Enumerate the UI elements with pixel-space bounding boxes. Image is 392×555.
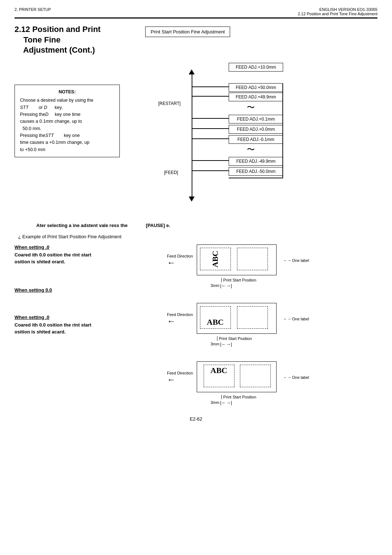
notes-box: NOTES: Choose a desired value by using t… [15,85,120,157]
fc-feed-adj-5: FEED ADJ.-0.1mm [229,135,283,144]
feed-dir-arrow-3: ← [167,375,193,384]
print-start-label-1: Print Start Position [223,278,256,282]
fc-feed-adj-7: FEED ADJ.-50.0mm [229,167,283,176]
hline-7 [192,170,229,171]
notes-stt: STT [20,105,29,110]
hline-1 [192,86,229,87]
fc-right-vline [282,83,283,178]
diagram-3-labels: ABC ←→ One label [197,361,277,393]
header-right: ENGLISH VERSION EO1-33055 2.12 Position … [298,7,377,16]
fc-box-5: FEED ADJ.-0.1mm [229,135,283,144]
abc-text-1: ABC [211,251,220,267]
fc-box-6: FEED ADJ.-49.9mm [229,157,283,166]
fc-box-3: FEED ADJ.+0.1mm [229,115,283,123]
print-start-label-3: Print Start Position [223,395,256,399]
print-start-row-2: Print Start Position [214,336,377,341]
inner-rect-2b [237,306,268,329]
one-label-1: One label [292,258,309,263]
notes-d: D [44,105,47,110]
flowchart-area: FEED ADJ.+10.0mm [RESTART] [FEED] FEED A… [131,63,377,215]
one-label-indicator-2: ←→ One label [283,317,309,321]
inner-rect-3: ABC [204,365,234,387]
header-right-top: ENGLISH VERSION EO1-33055 [298,7,377,12]
notes-stt2: STT [45,133,54,138]
fc-arrow-up [189,69,195,74]
example-1-setting: When setting .0 [15,244,152,250]
one-label-3: One label [292,375,309,380]
dim-val-1: 3mm [211,283,219,288]
one-label-2: One label [292,317,309,321]
feed-dir-arrow-2: ← [167,317,193,325]
fc-top-box: FEED ADJ.+10.0mm [229,63,283,72]
fc-feed-adj-4: FEED ADJ.+0.0mm [229,125,283,134]
fc-bottom-line [229,178,283,178]
print-start-label-2: Print Start Position [219,336,252,341]
examples-right: Feed Direction ← ABC [167,244,377,405]
diagram-2-feed-dir: Feed Direction ← [167,312,193,325]
examples-container: When setting .0 Coared ith 0.0 osition t… [15,244,377,405]
example-block-2: When setting 0.0 [15,287,152,293]
fc-vertical-line [192,74,192,198]
diagram-1: Feed Direction ← ABC [167,244,377,288]
example-2-setting: When setting 0.0 [15,287,152,293]
outer-rect-3: ABC [197,361,277,392]
inner-rect-1: ABC [200,248,231,270]
examples-left: When setting .0 Coared ith 0.0 osition t… [15,244,152,405]
fc-feed-label: [FEED] [164,170,178,175]
section-header: 2.12 Position and Print Tone Fine Adjust… [15,24,377,56]
fc-box-4: FEED ADJ.+0.0mm [229,125,283,134]
pause-key: [PAUSE] e. [146,223,170,228]
fc-feed-adj-3: FEED ADJ.+0.1mm [229,115,283,123]
print-start-row-1: Print Start Position [214,278,377,282]
pause-line: Ater selecting a ine adstent vale ress t… [15,223,377,228]
diagram-3-feed-dir: Feed Direction ← [167,371,193,384]
outer-rect-1: ABC [197,244,277,275]
inner-rect-1b [237,248,268,270]
dim-val-2: 3mm [211,342,219,346]
feed-dir-arrow-1: ← [167,258,193,267]
diagram-3: Feed Direction ← ABC ←→ One label [167,361,377,405]
main-content: NOTES: Choose a desired value by using t… [15,63,377,215]
example-block-1: When setting .0 Coared ith 0.0 osition t… [15,244,152,266]
abc-text-3: ABC [211,366,227,375]
example-block-3: When setting .0 Coared ith 0.0 osition t… [15,315,152,336]
fc-box-7: FEED ADJ.-50.0mm [229,167,283,176]
diagram-1-labels: ABC ←→ One label [197,244,277,276]
example-1-desc: Coared ith 0.0 osition the rint startosi… [15,251,152,266]
one-label-indicator-3: ←→ One label [283,375,309,380]
example-3-setting: When setting .0 [15,315,152,320]
fc-feed-adj-6: FEED ADJ.-49.9mm [229,157,283,166]
fc-feed-adj-2: FEED ADJ.+49.9mm [229,93,283,101]
one-label-indicator-1: ←→ One label [283,258,309,263]
diagram-1-feed-dir: Feed Direction ← [167,254,193,267]
header-divider-bottom [15,18,377,19]
fc-wavy-1: 〜 [247,102,255,113]
diagram-2-labels: ABC ←→ One label [197,303,277,335]
dim-row-2: 3mm |←→| [211,341,377,347]
diagram-1-row: Feed Direction ← ABC [167,244,377,276]
diagram-2-row: Feed Direction ← ABC ←→ One label [167,303,377,335]
fc-box-2: FEED ADJ.+49.9mm [229,93,283,101]
print-start-row-3: Print Start Position [214,395,377,399]
page-number: E2-62 [15,416,377,422]
hline-5 [192,138,229,139]
inner-rect-3b [240,365,271,387]
diagram-3-row: Feed Direction ← ABC ←→ One label [167,361,377,393]
page-header: 2. PRINTER SETUP ENGLISH VERSION EO1-330… [15,7,377,16]
abc-text-2: ABC [207,317,224,327]
notes-title: NOTES: [20,89,114,96]
example-3-desc: Coared ith 0.0 osition the rint startosi… [15,321,152,336]
fc-box-1: FEED ADJ.+50.0mm [229,83,283,92]
hline-6 [192,160,229,161]
fc-feed-adj-top: FEED ADJ.+10.0mm [229,63,283,72]
dim-row-1: 3mm |←→| [211,283,377,288]
left-column: NOTES: Choose a desired value by using t… [15,63,131,215]
fc-arrow-down [189,197,195,202]
fc-wavy-2: 〜 [247,144,255,155]
diagram-2: Feed Direction ← ABC ←→ One label [167,303,377,347]
header-left: 2. PRINTER SETUP [15,7,51,12]
hline-3 [192,118,229,119]
dim-val-3: 3mm [211,400,219,405]
fc-restart-label: [RESTART] [158,101,181,106]
page: 2. PRINTER SETUP ENGLISH VERSION EO1-330… [0,0,392,555]
